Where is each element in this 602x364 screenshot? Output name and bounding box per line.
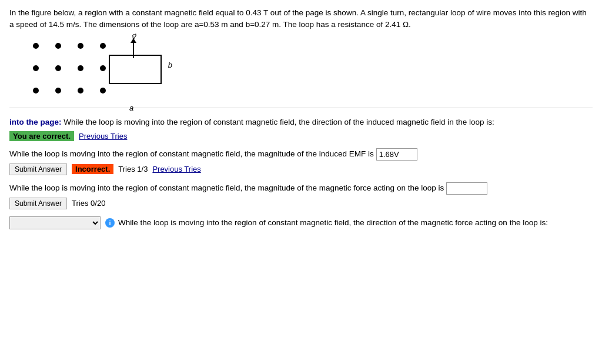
- q4-direction-select[interactable]: to the left to the right upward downward…: [9, 216, 101, 229]
- b-dimension-label: b: [168, 61, 172, 69]
- velocity-arrow: v⃗: [131, 32, 136, 58]
- q4-text: to the left to the right upward downward…: [9, 216, 593, 229]
- dot-3-4: [100, 88, 106, 93]
- dot-2-4: [100, 65, 106, 71]
- dot-3-1: [33, 88, 39, 93]
- q3-answer-row: Submit Answer Tries 0/20: [9, 198, 593, 209]
- q3-prefix: While the loop is moving into the region…: [9, 182, 444, 194]
- q3-answer-input[interactable]: [446, 182, 487, 195]
- dot-2-3: [78, 65, 83, 71]
- loop-container: v⃗ b a: [109, 55, 162, 99]
- divider-1: [9, 108, 593, 108]
- info-icon: i: [105, 218, 115, 228]
- q2-tries-text: Tries 1/3: [118, 165, 148, 173]
- dot-2-1: [33, 65, 39, 71]
- q2-submit-button[interactable]: Submit Answer: [9, 163, 67, 175]
- q3-tries-text: Tries 0/20: [72, 199, 105, 208]
- dot-1-3: [78, 43, 83, 49]
- wire-loop: [109, 55, 162, 84]
- dot-1-1: [33, 43, 39, 49]
- a-dimension-label: a: [129, 103, 133, 112]
- question-1-block: into the page: While the loop is moving …: [9, 116, 593, 141]
- dot-3-3: [78, 88, 83, 93]
- q1-answer-row: You are correct. Previous Tries: [9, 131, 593, 141]
- dot-1-2: [55, 43, 61, 49]
- question-4-block: to the left to the right upward downward…: [9, 216, 593, 229]
- arrow-line: [133, 42, 134, 58]
- q2-answer-input[interactable]: [376, 148, 417, 161]
- q1-prev-tries-link[interactable]: Previous Tries: [79, 132, 127, 141]
- q3-submit-button[interactable]: Submit Answer: [9, 198, 67, 209]
- problem-description: In the figure below, a region with a con…: [9, 7, 593, 31]
- q2-answer-row: Submit Answer Incorrect. Tries 1/3 Previ…: [9, 163, 593, 175]
- q1-correct-badge: You are correct.: [9, 131, 74, 141]
- dot-1-4: [100, 43, 106, 49]
- q2-incorrect-badge: Incorrect.: [72, 164, 113, 174]
- magnetic-field-dots: [27, 37, 112, 99]
- q2-prev-tries-link[interactable]: Previous Tries: [152, 165, 200, 173]
- question-2-block: While the loop is moving into the region…: [9, 148, 593, 175]
- q2-prefix: While the loop is moving into the region…: [9, 148, 374, 160]
- figure-area: v⃗ b a: [27, 37, 593, 99]
- q4-suffix: While the loop is moving into the region…: [118, 217, 548, 229]
- q1-question: While the loop is moving into the region…: [63, 118, 494, 126]
- q2-text: While the loop is moving into the region…: [9, 148, 593, 161]
- dot-3-2: [55, 88, 61, 93]
- q1-direction-bold: into the page:: [9, 118, 62, 126]
- question-3-block: While the loop is moving into the region…: [9, 182, 593, 209]
- dot-2-2: [55, 65, 61, 71]
- q1-text: into the page: While the loop is moving …: [9, 116, 593, 128]
- q3-text: While the loop is moving into the region…: [9, 182, 593, 195]
